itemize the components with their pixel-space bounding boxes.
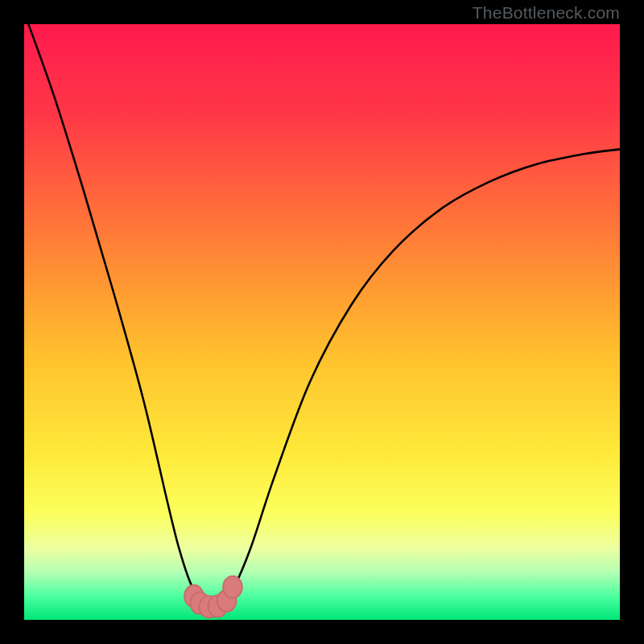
plot-area bbox=[24, 24, 620, 620]
curve-marker bbox=[223, 576, 242, 598]
curve-markers bbox=[184, 576, 242, 618]
bottleneck-curve bbox=[24, 24, 620, 608]
chart-frame: TheBottleneck.com bbox=[0, 0, 644, 644]
watermark-text: TheBottleneck.com bbox=[473, 3, 620, 23]
chart-overlay bbox=[24, 24, 620, 620]
